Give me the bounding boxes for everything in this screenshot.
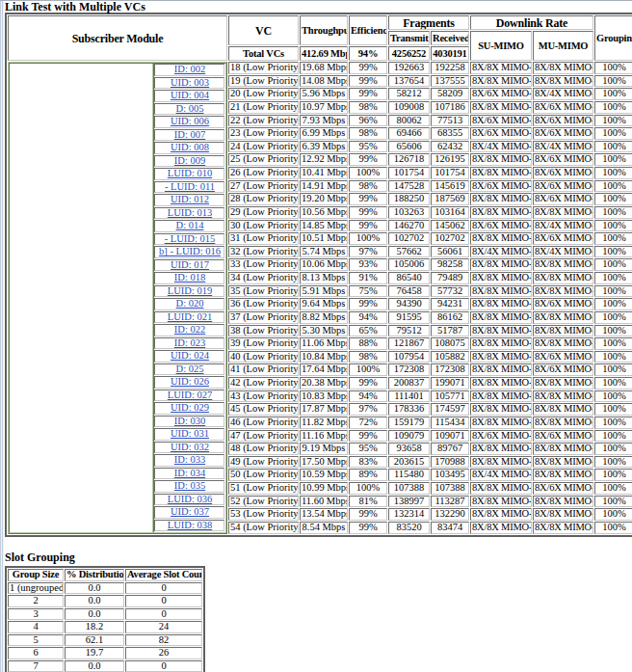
subscriber-link[interactable]: LUID: 010 bbox=[168, 168, 212, 178]
mu-mimo-cell: 8X/4X MIMO-B bbox=[533, 220, 593, 232]
slot-average-count-cell: 0 bbox=[125, 582, 202, 595]
subscriber-link[interactable]: ID: 030 bbox=[174, 416, 205, 426]
received-cell: 187569 bbox=[431, 193, 469, 205]
slot-row: 20.00 bbox=[8, 595, 202, 607]
subscriber-link[interactable]: ID: 033 bbox=[174, 454, 205, 465]
mu-mimo-cell: 8X/6X MIMO-B bbox=[533, 351, 593, 363]
subscriber-link[interactable]: LUID: 019 bbox=[168, 285, 212, 296]
throughput-cell: 17.50 Mbps bbox=[300, 456, 348, 469]
slot-average-count-cell: 0 bbox=[125, 660, 202, 672]
subscriber-link[interactable]: UID: 024 bbox=[171, 350, 209, 361]
vc-cell: 34 (Low Priority) bbox=[228, 272, 299, 284]
subscriber-link[interactable]: D: 020 bbox=[176, 298, 204, 309]
grouping-ratio-cell: 100% bbox=[594, 220, 632, 232]
transmit-cell: 65606 bbox=[388, 141, 430, 153]
su-mimo-cell: 8X/8X MIMO-B bbox=[470, 456, 532, 469]
subscriber-link[interactable]: - LUID: 015 bbox=[165, 233, 216, 244]
subscriber-link[interactable]: UID: 031 bbox=[171, 428, 209, 439]
throughput-cell: 11.60 Mbps bbox=[300, 496, 348, 508]
efficiency-cell: 99% bbox=[349, 75, 387, 88]
received-cell: 174597 bbox=[431, 403, 469, 416]
vc-cell: 25 (Low Priority) bbox=[228, 153, 299, 166]
subscriber-link[interactable]: UID: 017 bbox=[171, 259, 209, 270]
throughput-cell: 10.97 Mbps bbox=[300, 101, 348, 114]
grouping-ratio-cell: 100% bbox=[594, 443, 632, 455]
transmit-cell: 138997 bbox=[388, 496, 430, 508]
subscriber-link-box: LUID: 019 bbox=[154, 285, 224, 298]
received-cell: 126195 bbox=[431, 153, 469, 166]
su-mimo-cell: 8X/8X MIMO-B bbox=[470, 337, 532, 350]
subscriber-link[interactable]: ID: 002 bbox=[174, 64, 205, 74]
su-mimo-cell: 8X/8X MIMO-B bbox=[470, 363, 532, 376]
throughput-cell: 8.82 Mbps bbox=[300, 311, 348, 324]
subscriber-link[interactable]: LUID: 038 bbox=[168, 520, 212, 530]
efficiency-cell: 99% bbox=[349, 193, 387, 205]
subscriber-link[interactable]: ID: 034 bbox=[174, 468, 205, 478]
subscriber-link-box: ID: 035 bbox=[154, 480, 224, 493]
grouping-ratio-cell: 100% bbox=[594, 88, 632, 100]
subscriber-link[interactable]: D: 025 bbox=[176, 363, 204, 374]
subscriber-link[interactable]: UID: 012 bbox=[171, 194, 209, 204]
slot-group-size-cell: 5 bbox=[8, 634, 64, 647]
subscriber-link[interactable]: UID: 026 bbox=[171, 376, 209, 387]
vc-cell: 30 (Low Priority) bbox=[228, 220, 299, 232]
throughput-cell: 20.38 Mbps bbox=[300, 377, 348, 390]
subscriber-link[interactable]: UID: 006 bbox=[171, 116, 209, 126]
subscriber-link[interactable]: ID: 035 bbox=[174, 480, 205, 491]
efficiency-cell: 94% bbox=[349, 311, 387, 324]
subscriber-link[interactable]: ID: 023 bbox=[174, 337, 205, 348]
transmit-cell: 83520 bbox=[388, 522, 430, 534]
subscriber-link[interactable]: UID: 004 bbox=[171, 90, 209, 100]
subscriber-link[interactable]: ID: 022 bbox=[174, 324, 205, 335]
su-mimo-cell: 8X/8X MIMO-B bbox=[470, 167, 532, 179]
subscriber-link-box: - LUID: 011 bbox=[154, 181, 224, 194]
slot-grouping-title: Slot Grouping bbox=[5, 551, 631, 563]
subscriber-link[interactable]: b] - LUID: 016 bbox=[159, 246, 221, 256]
header-subscriber-module: Subscriber Module bbox=[8, 15, 227, 61]
total-efficiency-value: 94% bbox=[349, 46, 387, 61]
grouping-ratio-cell: 100% bbox=[594, 285, 632, 298]
vc-cell: 27 (Low Priority) bbox=[228, 180, 299, 193]
subscriber-link[interactable]: LUID: 036 bbox=[168, 494, 212, 504]
subscriber-link[interactable]: UID: 032 bbox=[171, 442, 209, 452]
efficiency-cell: 98% bbox=[349, 127, 387, 140]
subscriber-link[interactable]: ID: 009 bbox=[174, 155, 205, 166]
grouping-ratio-cell: 100% bbox=[594, 206, 632, 219]
subscriber-link[interactable]: ID: 007 bbox=[174, 129, 205, 140]
subscriber-link[interactable]: LUID: 013 bbox=[168, 207, 212, 218]
subscriber-link[interactable]: LUID: 021 bbox=[168, 311, 212, 322]
throughput-cell: 5.30 Mbps bbox=[300, 325, 348, 337]
received-cell: 83474 bbox=[431, 522, 469, 534]
vc-cell: 28 (Low Priority) bbox=[228, 193, 299, 205]
subscriber-link[interactable]: LUID: 027 bbox=[168, 390, 212, 400]
subscriber-link[interactable]: UID: 037 bbox=[171, 506, 209, 517]
slot-group-size-cell: 1 (ungrouped) bbox=[8, 582, 64, 595]
transmit-cell: 111401 bbox=[388, 390, 430, 403]
grouping-ratio-cell: 100% bbox=[594, 75, 632, 88]
slot-distribution-cell: 0.0 bbox=[65, 582, 124, 595]
efficiency-cell: 93% bbox=[349, 258, 387, 271]
throughput-cell: 10.51 Mbps bbox=[300, 232, 348, 245]
throughput-cell: 19.68 Mbps bbox=[300, 62, 348, 74]
received-cell: 51787 bbox=[431, 325, 469, 337]
header-transmit: Transmit bbox=[388, 31, 430, 45]
transmit-cell: 94390 bbox=[388, 298, 430, 310]
subscriber-link[interactable]: UID: 003 bbox=[171, 77, 209, 88]
transmit-cell: 115480 bbox=[388, 469, 430, 481]
slot-average-count-cell: 0 bbox=[125, 608, 202, 621]
subscriber-group-box: ID: 002UID: 003UID: 004D: 005UID: 006ID:… bbox=[8, 62, 227, 534]
subscriber-link[interactable]: - LUID: 011 bbox=[165, 181, 215, 192]
subscriber-link[interactable]: UID: 029 bbox=[171, 402, 209, 413]
subscriber-link[interactable]: UID: 008 bbox=[171, 142, 209, 152]
subscriber-link[interactable]: D: 005 bbox=[176, 103, 204, 114]
transmit-cell: 200837 bbox=[388, 377, 430, 390]
su-mimo-cell: 8X/6X MIMO-B bbox=[470, 115, 532, 127]
subscriber-link[interactable]: ID: 018 bbox=[174, 272, 205, 282]
received-cell: 107186 bbox=[431, 101, 469, 114]
subscriber-link[interactable]: D: 014 bbox=[176, 220, 204, 230]
header-downlink-rate: Downlink Rate bbox=[470, 15, 593, 30]
subscriber-link-box: LUID: 036 bbox=[154, 494, 224, 506]
grouping-ratio-cell: 100% bbox=[594, 311, 632, 324]
vc-cell: 31 (Low Priority) bbox=[228, 232, 299, 245]
mu-mimo-cell: 8X/6X MIMO-B bbox=[533, 115, 593, 127]
